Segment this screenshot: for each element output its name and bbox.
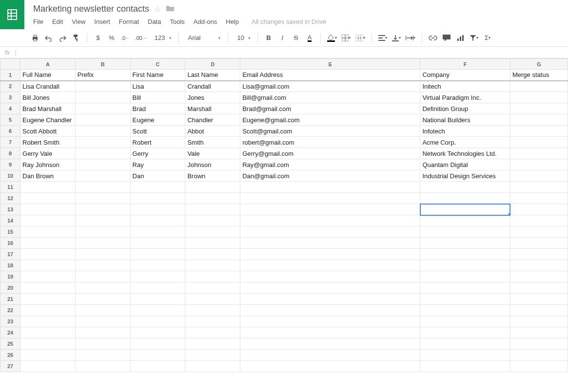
cell[interactable]: Dan@gmail.com: [240, 170, 420, 182]
col-header-C[interactable]: C: [130, 59, 185, 70]
selected-cell[interactable]: [420, 204, 510, 215]
paint-format-icon[interactable]: [70, 32, 82, 44]
cell[interactable]: Dan Brown: [20, 170, 76, 182]
cell[interactable]: [75, 282, 130, 294]
cell[interactable]: [20, 215, 76, 226]
increase-decimal-button[interactable]: .00→: [133, 32, 148, 44]
cell[interactable]: [20, 338, 76, 350]
cell[interactable]: [130, 204, 185, 215]
formula-input[interactable]: [20, 47, 568, 58]
row-header[interactable]: 15: [0, 226, 20, 238]
row-header[interactable]: 8: [0, 148, 20, 159]
undo-icon[interactable]: [43, 32, 55, 44]
font-family-select[interactable]: Arial: [184, 33, 223, 43]
cell[interactable]: [75, 182, 130, 193]
cell[interactable]: Virtual Paradigm Inc.: [420, 92, 510, 103]
cell[interactable]: Bill@gmail.com: [240, 92, 420, 103]
cell[interactable]: [510, 103, 568, 114]
cell[interactable]: Ray@gmail.com: [240, 159, 420, 170]
cell[interactable]: [185, 305, 240, 316]
cell[interactable]: [510, 271, 568, 282]
cell[interactable]: Gerry: [130, 148, 185, 159]
cell[interactable]: [185, 271, 240, 282]
wrap-button[interactable]: ▾: [404, 32, 417, 44]
spreadsheet-grid[interactable]: ABCDEFG1Full NamePrefixFirst NameLast Na…: [0, 58, 568, 372]
cell[interactable]: [510, 316, 568, 327]
cell[interactable]: [20, 204, 76, 215]
cell[interactable]: [75, 170, 130, 182]
cell[interactable]: [510, 305, 568, 316]
insert-link-icon[interactable]: [427, 32, 439, 44]
cell[interactable]: Brad: [130, 103, 185, 114]
cell[interactable]: Scott: [130, 126, 185, 137]
cell[interactable]: Gerry Vale: [20, 148, 76, 159]
cell[interactable]: [510, 338, 568, 350]
row-header[interactable]: 7: [0, 137, 20, 148]
cell[interactable]: Company: [420, 70, 510, 81]
cell[interactable]: Full Name: [20, 70, 76, 81]
col-header-B[interactable]: B: [75, 59, 130, 70]
borders-button[interactable]: ▾: [340, 32, 352, 44]
functions-button[interactable]: Σ ▾: [482, 32, 493, 44]
cell[interactable]: [510, 193, 568, 204]
cell[interactable]: [75, 137, 130, 148]
cell[interactable]: [130, 182, 185, 193]
cell[interactable]: Gerry@gmail.com: [240, 148, 420, 159]
cell[interactable]: [75, 294, 130, 305]
cell[interactable]: Vale: [185, 148, 240, 159]
cell[interactable]: Bill Jones: [20, 92, 76, 103]
cell[interactable]: Industrial Design Services: [420, 170, 510, 182]
cell[interactable]: [75, 271, 130, 282]
cell[interactable]: [130, 361, 185, 372]
cell[interactable]: [420, 215, 510, 226]
cell[interactable]: Bill: [130, 92, 185, 103]
format-percent-button[interactable]: %: [106, 32, 118, 44]
cell[interactable]: [75, 193, 130, 204]
cell[interactable]: [185, 294, 240, 305]
cell[interactable]: [420, 338, 510, 350]
cell[interactable]: [420, 327, 510, 338]
cell[interactable]: [240, 316, 420, 327]
cell[interactable]: [510, 204, 568, 215]
format-currency-button[interactable]: $: [92, 32, 104, 44]
v-align-button[interactable]: ▾: [391, 32, 402, 44]
cell[interactable]: [130, 316, 185, 327]
cell[interactable]: [240, 350, 420, 361]
cell[interactable]: [75, 338, 130, 350]
row-header[interactable]: 13: [0, 204, 20, 215]
menu-tools[interactable]: Tools: [170, 18, 184, 25]
row-header[interactable]: 24: [0, 327, 20, 338]
cell[interactable]: [240, 282, 420, 294]
cell[interactable]: [420, 305, 510, 316]
italic-button[interactable]: I: [276, 32, 288, 44]
cell[interactable]: [510, 114, 568, 126]
cell[interactable]: [20, 249, 76, 260]
menu-view[interactable]: View: [72, 18, 85, 25]
select-all-corner[interactable]: [0, 59, 20, 70]
cell[interactable]: Quantam Digital: [420, 159, 510, 170]
cell[interactable]: [510, 159, 568, 170]
cell[interactable]: [420, 260, 510, 271]
cell[interactable]: [240, 238, 420, 249]
row-header[interactable]: 21: [0, 294, 20, 305]
cell[interactable]: [240, 327, 420, 338]
cell[interactable]: Johnson: [185, 159, 240, 170]
cell[interactable]: Scott Abbott: [20, 126, 76, 137]
cell[interactable]: [510, 126, 568, 137]
row-header[interactable]: 20: [0, 282, 20, 294]
cell[interactable]: Lisa Crandall: [20, 81, 76, 92]
cell[interactable]: Acme Corp.: [420, 137, 510, 148]
cell[interactable]: [130, 282, 185, 294]
cell[interactable]: [185, 260, 240, 271]
cell[interactable]: [75, 305, 130, 316]
row-header[interactable]: 12: [0, 193, 20, 204]
cell[interactable]: [20, 305, 76, 316]
cell[interactable]: [240, 249, 420, 260]
cell[interactable]: [20, 182, 76, 193]
row-header[interactable]: 25: [0, 338, 20, 350]
more-formats-select[interactable]: 123: [150, 33, 174, 43]
cell[interactable]: [240, 294, 420, 305]
cell[interactable]: [420, 226, 510, 238]
cell[interactable]: [75, 316, 130, 327]
cell[interactable]: [510, 238, 568, 249]
